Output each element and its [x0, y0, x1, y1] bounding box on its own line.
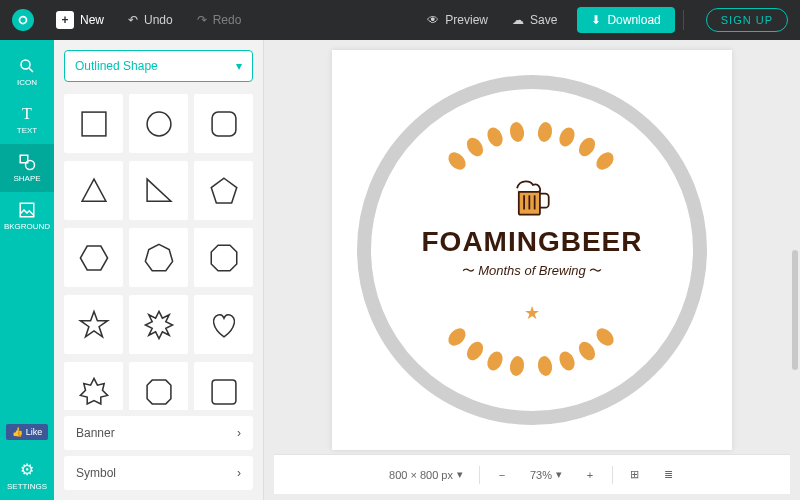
shape-icon	[18, 153, 36, 171]
background-icon	[18, 201, 36, 219]
shape-right-triangle[interactable]	[129, 161, 188, 220]
svg-marker-10	[147, 179, 171, 201]
svg-point-0	[20, 17, 27, 24]
chevron-right-icon: ›	[237, 426, 241, 440]
canvas-viewport[interactable]: FOAMINGBEER 〜 Months of Brewing 〜 ★	[264, 40, 800, 454]
shape-hexagon[interactable]	[64, 228, 123, 287]
rail-label-icon: ICON	[17, 78, 37, 87]
redo-icon: ↷	[197, 13, 207, 27]
app-logo-icon[interactable]	[12, 9, 34, 31]
undo-button[interactable]: ↶ Undo	[116, 0, 185, 40]
rail-item-icon[interactable]: ICON	[0, 48, 54, 96]
plus-icon: +	[56, 11, 74, 29]
rail-label-shape: SHAPE	[13, 174, 40, 183]
svg-point-4	[26, 161, 35, 170]
svg-point-34	[576, 339, 599, 363]
preview-button[interactable]: 👁 Preview	[415, 0, 500, 40]
svg-rect-8	[212, 112, 236, 136]
like-button[interactable]: 👍 Like	[6, 424, 49, 440]
svg-point-1	[21, 60, 30, 69]
shape-chamfer-square[interactable]	[194, 362, 253, 410]
bottombar-divider	[479, 466, 480, 484]
shape-triangle[interactable]	[64, 161, 123, 220]
redo-button[interactable]: ↷ Redo	[185, 0, 254, 40]
thumbs-up-icon: 👍	[12, 427, 23, 437]
canvas-size-button[interactable]: 800 × 800 px ▾	[383, 468, 469, 481]
redo-label: Redo	[213, 13, 242, 27]
rail-item-shape[interactable]: SHAPE	[0, 144, 54, 192]
signup-label: SIGN UP	[721, 14, 773, 26]
shape-heptagon[interactable]	[129, 228, 188, 287]
shape-square[interactable]	[64, 94, 123, 153]
svg-point-28	[445, 325, 469, 349]
chevron-down-icon: ▾	[556, 468, 562, 481]
grid-icon: ⊞	[630, 468, 639, 481]
signup-button[interactable]: SIGN UP	[706, 8, 788, 32]
zoom-in-button[interactable]: +	[578, 463, 602, 487]
canvas-scrollbar[interactable]	[792, 50, 798, 450]
svg-point-27	[593, 149, 617, 173]
canvas-size-label: 800 × 800 px	[389, 469, 453, 481]
svg-rect-5	[20, 203, 34, 217]
shape-octagon[interactable]	[194, 228, 253, 287]
rail-label-bkground: BKGROUND	[4, 222, 50, 231]
shape-bevel-square[interactable]	[129, 362, 188, 410]
rail-item-text[interactable]: T TEXT	[0, 96, 54, 144]
chevron-down-icon: ▾	[457, 468, 463, 481]
rail-label-settings: SETTINGS	[7, 482, 47, 491]
download-button[interactable]: ⬇ Download	[577, 7, 674, 33]
shape-starburst[interactable]	[129, 295, 188, 354]
save-label: Save	[530, 13, 557, 27]
svg-point-21	[464, 135, 487, 159]
shapes-panel: Outlined Shape ▾ Banner ›	[54, 40, 264, 500]
shape-circle[interactable]	[129, 94, 188, 153]
eye-icon: 👁	[427, 13, 439, 27]
shape-rounded-square[interactable]	[194, 94, 253, 153]
minus-icon: −	[499, 469, 505, 481]
zoom-out-button[interactable]: −	[490, 463, 514, 487]
rail-item-background[interactable]: BKGROUND	[0, 192, 54, 240]
layers-icon: ≣	[664, 468, 673, 481]
svg-rect-6	[82, 112, 106, 136]
artboard[interactable]: FOAMINGBEER 〜 Months of Brewing 〜 ★	[332, 50, 732, 450]
zoom-level-button[interactable]: 73% ▾	[524, 468, 568, 481]
svg-marker-13	[145, 244, 172, 270]
svg-point-23	[508, 121, 525, 143]
shape-pentagon[interactable]	[194, 161, 253, 220]
svg-point-24	[536, 121, 553, 143]
shapes-grid	[64, 92, 253, 410]
undo-icon: ↶	[128, 13, 138, 27]
svg-point-35	[593, 325, 617, 349]
save-button[interactable]: ☁ Save	[500, 0, 569, 40]
preview-label: Preview	[445, 13, 488, 27]
panel-row-symbol-label: Symbol	[76, 466, 116, 480]
new-button[interactable]: + New	[44, 0, 116, 40]
svg-marker-14	[211, 245, 237, 271]
topbar-divider	[683, 10, 684, 30]
shape-heart[interactable]	[194, 295, 253, 354]
grid-toggle-button[interactable]: ⊞	[623, 463, 647, 487]
shape-category-label: Outlined Shape	[75, 59, 158, 73]
svg-point-7	[147, 112, 171, 136]
svg-marker-15	[80, 311, 107, 337]
rail-item-settings[interactable]: ⚙ SETTINGS	[0, 450, 54, 500]
gear-icon: ⚙	[20, 460, 34, 479]
layers-button[interactable]: ≣	[657, 463, 681, 487]
tool-rail: ICON T TEXT SHAPE BKGROUND 👍 Like ⚙ SETT…	[0, 40, 54, 500]
shape-category-select[interactable]: Outlined Shape ▾	[64, 50, 253, 82]
plus-icon: +	[587, 469, 593, 481]
svg-point-30	[484, 349, 505, 373]
panel-row-banner[interactable]: Banner ›	[64, 416, 253, 450]
text-icon: T	[22, 105, 32, 123]
panel-row-symbol[interactable]: Symbol ›	[64, 456, 253, 490]
svg-point-32	[536, 355, 553, 377]
cloud-icon: ☁	[512, 13, 524, 27]
panel-row-banner-label: Banner	[76, 426, 115, 440]
svg-marker-18	[147, 380, 171, 404]
svg-marker-12	[80, 246, 107, 270]
svg-point-26	[576, 135, 599, 159]
scrollbar-thumb[interactable]	[792, 250, 798, 370]
rail-label-text: TEXT	[17, 126, 37, 135]
shape-star[interactable]	[64, 295, 123, 354]
shape-eight-star[interactable]	[64, 362, 123, 410]
